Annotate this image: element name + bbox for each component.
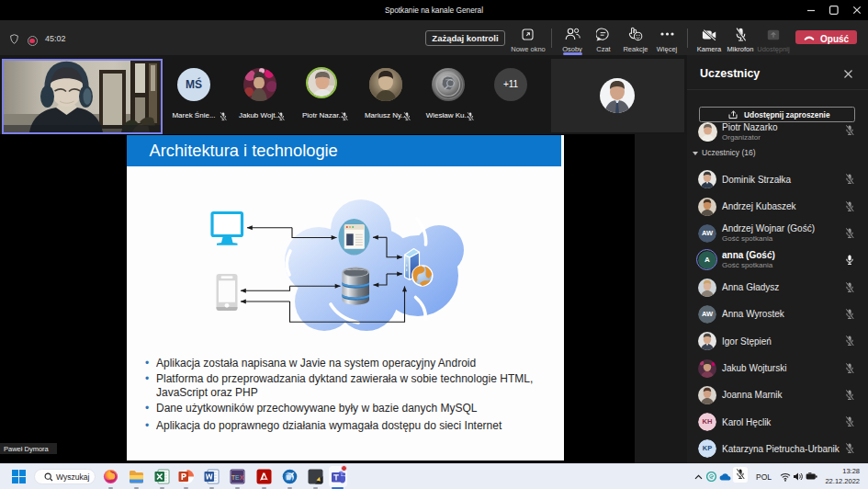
svg-text:TEX: TEX	[231, 474, 244, 481]
